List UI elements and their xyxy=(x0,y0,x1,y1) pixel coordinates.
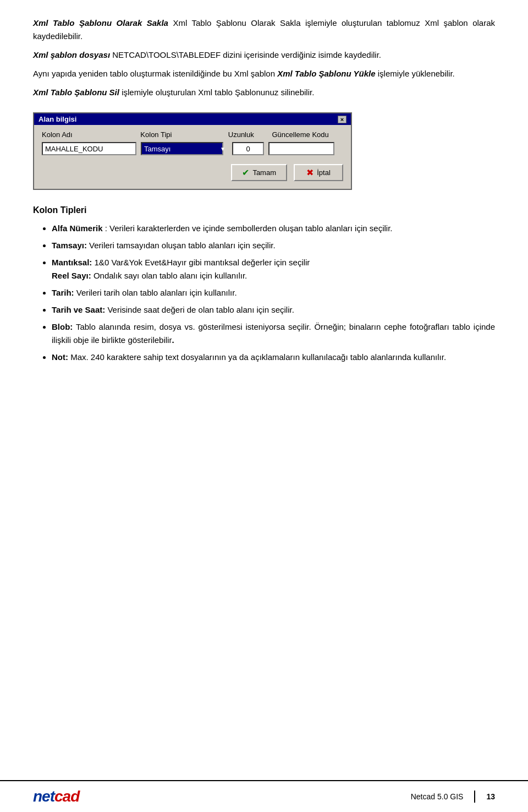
list-item: Alfa Nümerik : Verileri karakterlerden v… xyxy=(52,222,495,236)
item-bold-0: Alfa Nümerik xyxy=(52,224,103,233)
item-text-0: : Verileri karakterlerden ve içinde semb… xyxy=(105,224,393,233)
page-footer: netcad Netcad 5.0 GIS 13 xyxy=(0,780,528,812)
dialog-fields-row: Tamsayı Alfa Nümerik Mantıksal Reel Sayı… xyxy=(42,142,343,155)
footer-page-number: 13 xyxy=(486,792,495,801)
cancel-icon: ✖ xyxy=(306,167,314,178)
italic-text-4: Xml Tablo Şablonu Sil xyxy=(33,88,119,97)
col-length-header: Uzunluk xyxy=(228,130,272,139)
col-name-header: Kolon Adı xyxy=(42,130,140,139)
kolon-tipleri-section: Kolon Tipleri Alfa Nümerik : Verileri ka… xyxy=(33,205,495,364)
item-bold-reel: Reel Sayı: xyxy=(52,271,91,280)
kolon-adi-input[interactable] xyxy=(42,142,136,155)
list-item: Tarih: Verileri tarih olan tablo alanlar… xyxy=(52,286,495,300)
paragraph-3-pre: Aynı yapıda yeniden tablo oluşturmak ist… xyxy=(33,69,277,78)
list-item: Tarih ve Saat: Verisinde saat değeri de … xyxy=(52,303,495,317)
item-bold-5b: . xyxy=(172,335,174,345)
kolon-tipi-select-wrapper[interactable]: Tamsayı Alfa Nümerik Mantıksal Reel Sayı… xyxy=(141,142,228,155)
footer-logo: netcad xyxy=(33,788,79,805)
iptal-button[interactable]: ✖ İptal xyxy=(294,164,343,181)
footer-separator xyxy=(474,791,475,803)
tamam-button[interactable]: ✔ Tamam xyxy=(231,164,287,181)
item-text-6: Max. 240 karaktere sahip text dosyaların… xyxy=(70,352,446,362)
dialog-title: Alan bilgisi xyxy=(38,115,76,123)
tamam-label: Tamam xyxy=(252,168,276,177)
uzunluk-input[interactable] xyxy=(232,142,264,155)
logo-cad: cad xyxy=(54,788,79,805)
dialog-close-button[interactable]: × xyxy=(338,116,346,123)
paragraph-4-text: işlemiyle oluşturulan Xml tablo Şablonun… xyxy=(122,88,314,97)
paragraph-2: Xml şablon dosyası NETCAD\TOOLS\TABLEDEF… xyxy=(33,48,495,62)
dialog-column-headers: Kolon Adı Kolon Tipi Uzunluk Güncelleme … xyxy=(42,130,343,139)
logo-net: net xyxy=(33,788,54,805)
item-text-3: Verileri tarih olan tablo alanları için … xyxy=(76,288,237,297)
list-item: Blob: Tablo alanında resim, dosya vs. gö… xyxy=(52,320,495,348)
italic-text-1: Xml Tablo Şablonu Olarak Sakla xyxy=(33,18,168,28)
item-text-4: Verisinde saat değeri de olan tablo alan… xyxy=(107,305,294,314)
col-update-header: Güncelleme Kodu xyxy=(272,130,343,139)
paragraph-3: Aynı yapıda yeniden tablo oluşturmak ist… xyxy=(33,67,495,80)
col-type-header: Kolon Tipi xyxy=(140,130,228,139)
section-title: Kolon Tipleri xyxy=(33,205,495,215)
item-bold-2: Mantıksal: xyxy=(52,258,92,267)
item-bold-6: Not: xyxy=(52,352,68,362)
footer-version: Netcad 5.0 GIS xyxy=(411,792,464,801)
kolon-tipi-select[interactable]: Tamsayı Alfa Nümerik Mantıksal Reel Sayı… xyxy=(141,142,223,155)
item-bold-5: Blob: xyxy=(52,322,73,331)
paragraph-2-text: NETCAD\TOOLS\TABLEDEF dizini içerisinde … xyxy=(112,50,381,59)
item-text-2: 1&0 Var&Yok Evet&Hayır gibi mantıksal de… xyxy=(95,258,310,267)
dialog-titlebar: Alan bilgisi × xyxy=(34,113,351,125)
item-text-5: Tablo alanında resim, dosya vs. gösteril… xyxy=(52,322,495,345)
item-text-reel: Ondalık sayı olan tablo alanı için kulla… xyxy=(94,271,247,280)
dialog-wrapper: Alan bilgisi × Kolon Adı Kolon Tipi Uzun… xyxy=(33,112,495,190)
paragraph-4: Xml Tablo Şablonu Sil işlemiyle oluşturu… xyxy=(33,86,495,99)
italic-text-3: Xml Tablo Şablonu Yükle xyxy=(277,69,375,78)
paragraph-1: Xml Tablo Şablonu Olarak Sakla Xml Tablo… xyxy=(33,17,495,43)
guncelleme-kodu-input[interactable] xyxy=(268,142,334,155)
iptal-label: İptal xyxy=(317,168,331,177)
bullet-list: Alfa Nümerik : Verileri karakterlerden v… xyxy=(33,222,495,364)
italic-text-2: Xml şablon dosyası xyxy=(33,50,110,59)
dialog-body: Kolon Adı Kolon Tipi Uzunluk Güncelleme … xyxy=(34,125,351,189)
item-bold-1: Tamsayı: xyxy=(52,241,87,250)
item-text-1: Verileri tamsayıdan oluşan tablo alanlar… xyxy=(89,241,276,250)
alan-bilgisi-dialog: Alan bilgisi × Kolon Adı Kolon Tipi Uzun… xyxy=(33,112,352,190)
item-bold-3: Tarih: xyxy=(52,288,74,297)
item-bold-4: Tarih ve Saat: xyxy=(52,305,105,314)
dialog-button-row: ✔ Tamam ✖ İptal xyxy=(42,164,343,181)
list-item: Tamsayı: Verileri tamsayıdan oluşan tabl… xyxy=(52,239,495,253)
ok-icon: ✔ xyxy=(242,167,249,178)
list-item: Mantıksal: 1&0 Var&Yok Evet&Hayır gibi m… xyxy=(52,256,495,284)
footer-right: Netcad 5.0 GIS 13 xyxy=(411,791,495,803)
list-item: Not: Max. 240 karaktere sahip text dosya… xyxy=(52,351,495,364)
paragraph-3-post: işlemiyle yüklenebilir. xyxy=(378,69,455,78)
